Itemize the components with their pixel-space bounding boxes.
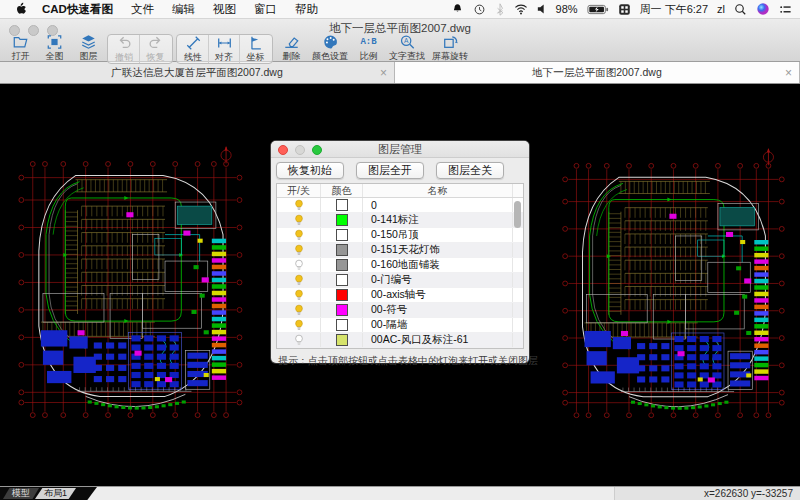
coordinates-button[interactable]: 坐标: [240, 35, 271, 63]
column-header-color: 颜色: [321, 184, 363, 197]
layer-color-swatch[interactable]: [336, 334, 348, 346]
menu-clock[interactable]: 周一 下午6:27: [640, 2, 708, 17]
document-tab-bar: 广联达信息大厦首层平面图2007.dwg × 地下一层总平面图2007.dwg …: [0, 62, 800, 84]
undo-button[interactable]: 撤销: [109, 35, 140, 63]
layer-name: 00-符号: [363, 303, 512, 317]
color-settings-button[interactable]: 颜色设置: [310, 34, 350, 62]
menu-app-name[interactable]: CAD快速看图: [33, 2, 122, 17]
tab-close-icon[interactable]: ×: [785, 62, 792, 83]
layer-color-swatch[interactable]: [336, 214, 348, 226]
menu-edit[interactable]: 编辑: [163, 2, 204, 17]
all-layers-on-button[interactable]: 图层全开: [356, 162, 424, 179]
tab-model[interactable]: 模型: [3, 488, 39, 499]
svg-text:A: A: [403, 37, 408, 44]
layer-toggle-bulb-icon[interactable]: [294, 274, 304, 287]
aligned-measure-icon: [216, 35, 233, 51]
apple-menu-icon[interactable]: [8, 2, 33, 16]
layer-name: 00AC-风口及标注-61: [363, 333, 512, 347]
column-header-name: 名称: [363, 184, 512, 197]
layer-table: 开/关 颜色 名称 0 0-141标注 0-150吊顶 0-151天花灯饰 0-: [276, 183, 524, 349]
dialog-close-button[interactable]: [278, 145, 288, 155]
layer-toggle-bulb-icon[interactable]: [294, 304, 304, 317]
menu-file[interactable]: 文件: [122, 2, 163, 17]
layer-rows: 0 0-141标注 0-150吊顶 0-151天花灯饰 0-160地面铺装 0-…: [277, 198, 523, 348]
layer-color-swatch[interactable]: [336, 244, 348, 256]
doc-tab-basement[interactable]: 地下一层总平面图2007.dwg ×: [395, 62, 800, 83]
layer-row[interactable]: 0-门编号: [277, 273, 523, 288]
layer-toggle-bulb-icon[interactable]: [294, 289, 304, 302]
volume-icon[interactable]: [537, 3, 547, 15]
spotlight-search-icon[interactable]: [734, 3, 747, 16]
layer-row[interactable]: 00-隔墙: [277, 318, 523, 333]
input-source-label[interactable]: zl: [717, 3, 725, 15]
layers-button[interactable]: 图层: [73, 34, 104, 62]
floorplan-left: [12, 141, 257, 432]
layer-color-swatch[interactable]: [336, 229, 348, 241]
time-machine-icon[interactable]: [473, 3, 486, 16]
restore-initial-button[interactable]: 恢复初始: [276, 162, 344, 179]
all-layers-off-button[interactable]: 图层全关: [436, 162, 504, 179]
layer-row[interactable]: 00-符号: [277, 303, 523, 318]
ratio-icon: A:B: [360, 34, 376, 50]
delete-button[interactable]: 删除: [276, 34, 307, 62]
bluetooth-icon[interactable]: [495, 3, 505, 16]
menu-view[interactable]: 视图: [204, 2, 245, 17]
battery-percent: 98%: [556, 3, 578, 15]
linear-measure-icon: [185, 35, 202, 51]
rotate-screen-button[interactable]: 屏幕旋转: [430, 34, 470, 62]
wifi-icon[interactable]: [514, 3, 528, 15]
layer-color-swatch[interactable]: [336, 199, 348, 211]
fit-view-button[interactable]: 全图: [39, 34, 70, 62]
palette-icon: [322, 34, 339, 50]
layer-row[interactable]: 0: [277, 198, 523, 213]
notification-bell-icon[interactable]: [451, 3, 464, 16]
dialog-buttons: 恢复初始 图层全开 图层全关: [271, 158, 529, 183]
dialog-minimize-button[interactable]: [295, 145, 305, 155]
layer-toggle-bulb-icon[interactable]: [294, 319, 304, 332]
redo-button[interactable]: 恢复: [140, 35, 171, 63]
undo-redo-group: 撤销 恢复: [107, 34, 173, 64]
layer-color-swatch[interactable]: [336, 274, 348, 286]
layer-color-swatch[interactable]: [336, 259, 348, 271]
tab-close-icon[interactable]: ×: [380, 62, 387, 83]
menu-help[interactable]: 帮助: [286, 2, 327, 17]
notification-center-icon[interactable]: [779, 4, 792, 15]
layer-row[interactable]: 00AC-风口及标注-61: [277, 333, 523, 348]
layer-toggle-bulb-icon[interactable]: [294, 244, 304, 257]
aligned-measure-button[interactable]: 对齐: [209, 35, 240, 63]
battery-icon[interactable]: [587, 4, 609, 15]
layer-color-swatch[interactable]: [336, 304, 348, 316]
layer-row[interactable]: 0-141标注: [277, 213, 523, 228]
layer-toggle-bulb-icon[interactable]: [294, 259, 304, 272]
dialog-title-bar[interactable]: 图层管理: [271, 141, 529, 158]
window-chrome: 地下一层总平面图2007.dwg 打开 全图 图层 撤销: [0, 19, 800, 62]
layer-color-swatch[interactable]: [336, 289, 348, 301]
input-method-icon[interactable]: [618, 3, 631, 16]
cursor-coordinates: x=262630 y=-33257: [614, 487, 800, 500]
layer-row[interactable]: 0-151天花灯饰: [277, 243, 523, 258]
siri-icon[interactable]: [756, 2, 770, 16]
layer-row[interactable]: 00-axis轴号: [277, 288, 523, 303]
toolbar: 打开 全图 图层 撤销 恢复: [5, 34, 470, 64]
linear-measure-button[interactable]: 线性: [178, 35, 209, 63]
layer-row[interactable]: 0-160地面铺装: [277, 258, 523, 273]
layer-toggle-bulb-icon[interactable]: [294, 199, 304, 212]
layer-name: 00-axis轴号: [363, 288, 512, 302]
status-bar: 模型 布局1 x=262630 y=-33257: [0, 486, 800, 500]
layer-toggle-bulb-icon[interactable]: [294, 214, 304, 227]
layer-name: 0: [363, 198, 512, 212]
menu-window[interactable]: 窗口: [245, 2, 286, 17]
scale-ratio-button[interactable]: A:B 比例: [353, 34, 384, 62]
doc-tab-first-floor[interactable]: 广联达信息大厦首层平面图2007.dwg ×: [0, 62, 395, 83]
layer-row[interactable]: 0-150吊顶: [277, 228, 523, 243]
tab-layout1[interactable]: 布局1: [35, 488, 76, 499]
find-text-button[interactable]: A 文字查找: [387, 34, 427, 62]
layer-toggle-bulb-icon[interactable]: [294, 229, 304, 242]
layer-toggle-bulb-icon[interactable]: [294, 334, 304, 347]
scrollbar-thumb[interactable]: [514, 201, 521, 228]
layer-color-swatch[interactable]: [336, 319, 348, 331]
layer-name: 0-150吊顶: [363, 228, 512, 242]
coordinates-icon: [247, 35, 264, 51]
dialog-zoom-button[interactable]: [312, 145, 322, 155]
open-button[interactable]: 打开: [5, 34, 36, 62]
